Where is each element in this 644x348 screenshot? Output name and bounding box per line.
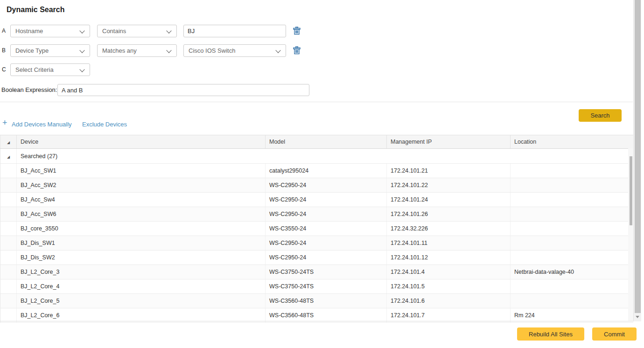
table-row[interactable]: BJ_core_3550 WS-C3550-24 172.24.32.226	[0, 222, 633, 236]
table-row[interactable]: BJ_L2_Core_3 WS-C3750-24TS 172.24.101.4 …	[0, 265, 633, 279]
cell-management-ip: 172.24.101.24	[387, 193, 511, 207]
exclude-devices-link[interactable]: Exclude Devices	[82, 121, 127, 128]
rebuild-all-sites-button[interactable]: Rebuild All Sites	[517, 327, 584, 341]
criteria-letter-c: C	[2, 63, 9, 76]
cell-management-ip: 172.24.101.11	[387, 236, 511, 251]
chevron-down-icon	[79, 28, 84, 33]
collapse-all-icon[interactable]: ◢	[7, 140, 10, 145]
table-row[interactable]: BJ_L2_Core_4 WS-C3750-24TS 172.24.101.5	[0, 279, 633, 294]
cell-management-ip: 172.24.101.26	[387, 207, 511, 222]
chevron-down-icon	[79, 48, 84, 53]
group-collapse-icon[interactable]: ◢	[7, 155, 10, 159]
page-scrollbar-track[interactable]	[633, 0, 641, 321]
cell-location	[511, 222, 633, 236]
plus-icon[interactable]: +	[2, 118, 7, 127]
table-row[interactable]: BJ_Acc_SW1 catalyst295024 172.24.101.21	[0, 164, 633, 178]
cell-device: BJ_L2_Core_5	[17, 294, 266, 308]
column-header-management-ip[interactable]: Management IP	[387, 135, 511, 149]
criteria-a-field-value: Hostname	[15, 28, 43, 35]
table-scrollbar-thumb[interactable]	[630, 156, 632, 225]
row-gutter	[0, 236, 17, 251]
row-gutter	[0, 279, 17, 294]
group-row-searched[interactable]: ◢ Searched (27)	[0, 149, 633, 164]
criteria-b-value-select[interactable]: Cisco IOS Switch	[183, 44, 286, 57]
row-gutter	[0, 193, 17, 207]
criteria-b-operator-select[interactable]: Matches any	[97, 44, 177, 57]
row-gutter	[0, 178, 17, 193]
cell-model: WS-C3750-24TS	[266, 265, 387, 279]
cell-model: WS-C3560-48TS	[266, 294, 387, 308]
trash-icon	[293, 27, 301, 35]
cell-model: catalyst295024	[266, 164, 387, 178]
cell-location: Rm 224	[511, 308, 633, 323]
trash-icon	[293, 46, 301, 55]
cell-model: WS-C2950-24	[266, 251, 387, 265]
criteria-a-field-select[interactable]: Hostname	[10, 25, 90, 37]
criteria-a-operator-select[interactable]: Contains	[97, 25, 177, 37]
column-header-model[interactable]: Model	[266, 135, 387, 149]
table-row[interactable]: BJ_Dis_SW1 WS-C2950-24 172.24.101.11	[0, 236, 633, 251]
cell-location	[511, 207, 633, 222]
row-gutter	[0, 294, 17, 308]
cell-management-ip: 172.24.101.5	[387, 279, 511, 294]
row-gutter	[0, 222, 17, 236]
cell-management-ip: 172.24.101.12	[387, 251, 511, 265]
page-scrollbar-thumb[interactable]	[635, 0, 641, 313]
criteria-c-field-select[interactable]: Select Criteria	[10, 63, 90, 76]
cell-model: WS-C3550-24	[266, 222, 387, 236]
cell-management-ip: 172.24.101.22	[387, 178, 511, 193]
cell-location	[511, 193, 633, 207]
cell-management-ip: 172.24.101.21	[387, 164, 511, 178]
criteria-a-delete-button[interactable]	[292, 27, 301, 36]
row-gutter	[0, 207, 17, 222]
search-button[interactable]: Search	[579, 109, 622, 122]
row-gutter	[0, 265, 17, 279]
criteria-b-value: Cisco IOS Switch	[189, 47, 235, 54]
cell-device: BJ_Acc_SW2	[17, 178, 266, 193]
chevron-down-icon	[275, 48, 280, 53]
section-divider	[0, 102, 633, 102]
commit-button[interactable]: Commit	[592, 327, 637, 341]
table-bottom-border	[0, 321, 641, 321]
chevron-down-icon	[166, 28, 171, 33]
criteria-b-field-select[interactable]: Device Type	[10, 44, 90, 57]
criteria-a-value-input[interactable]	[183, 25, 286, 37]
cell-location	[511, 164, 633, 178]
column-header-device[interactable]: Device	[17, 135, 266, 149]
criteria-letter-a: A	[2, 25, 9, 37]
row-gutter	[0, 251, 17, 265]
cell-management-ip: 172.24.32.226	[387, 222, 511, 236]
cell-location	[511, 279, 633, 294]
criteria-letter-b: B	[2, 44, 9, 57]
cell-device: BJ_Acc_SW6	[17, 207, 266, 222]
cell-location	[511, 178, 633, 193]
group-label: Searched (27)	[17, 149, 633, 164]
table-row[interactable]: BJ_Acc_Sw4 WS-C2950-24 172.24.101.24	[0, 193, 633, 207]
dynamic-search-panel: Dynamic Search A Hostname Contains B Dev…	[0, 0, 644, 348]
cell-device: BJ_L2_Core_6	[17, 308, 266, 323]
table-header-row: ◢ Device Model Management IP Location	[0, 135, 633, 149]
boolean-expression-input[interactable]	[57, 84, 309, 96]
criteria-b-operator-value: Matches any	[102, 47, 137, 54]
cell-management-ip: 172.24.101.6	[387, 294, 511, 308]
chevron-down-icon	[166, 48, 171, 53]
table-row[interactable]: BJ_L2_Core_6 WS-C3560-48TS 172.24.101.7 …	[0, 308, 633, 323]
add-devices-manually-link[interactable]: Add Devices Manually	[12, 121, 72, 128]
cell-model: WS-C2950-24	[266, 207, 387, 222]
column-header-location[interactable]: Location	[511, 135, 633, 149]
table-scrollbar-track[interactable]	[628, 148, 633, 321]
table-row[interactable]: BJ_L2_Core_5 WS-C3560-48TS 172.24.101.6	[0, 294, 633, 308]
scroll-down-arrow-icon[interactable]	[636, 316, 639, 318]
table-row[interactable]: BJ_Dis_SW2 WS-C2950-24 172.24.101.12	[0, 251, 633, 265]
table-row[interactable]: BJ_Acc_SW2 WS-C2950-24 172.24.101.22	[0, 178, 633, 193]
collapse-all-header[interactable]: ◢	[0, 135, 17, 149]
cell-device: BJ_L2_Core_4	[17, 279, 266, 294]
cell-location: Netbrai-data-valage-40	[511, 265, 633, 279]
cell-device: BJ_Acc_Sw4	[17, 193, 266, 207]
cell-location	[511, 251, 633, 265]
chevron-down-icon	[79, 67, 84, 72]
cell-management-ip: 172.24.101.7	[387, 308, 511, 323]
criteria-b-field-value: Device Type	[15, 47, 49, 54]
table-row[interactable]: BJ_Acc_SW6 WS-C2950-24 172.24.101.26	[0, 207, 633, 222]
criteria-b-delete-button[interactable]	[292, 46, 301, 56]
